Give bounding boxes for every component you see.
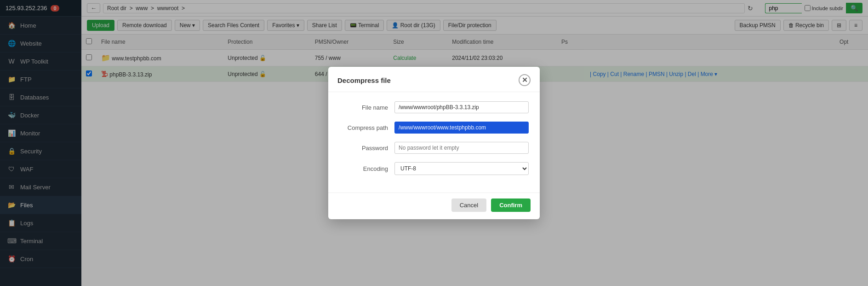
- password-label: Password: [339, 145, 394, 152]
- modal-title: Decompress file: [337, 76, 391, 84]
- modal-close-button[interactable]: ✕: [519, 74, 531, 86]
- modal-body: File name Compress path Password Encodin…: [328, 92, 540, 193]
- file-name-row: File name: [339, 101, 529, 113]
- file-name-input[interactable]: [394, 101, 529, 113]
- modal-footer: Cancel Confirm: [328, 193, 540, 219]
- decompress-modal: Decompress file ✕ File name Compress pat…: [328, 67, 540, 219]
- password-input[interactable]: [394, 142, 529, 154]
- cancel-button[interactable]: Cancel: [451, 198, 486, 212]
- compress-path-label: Compress path: [339, 124, 394, 131]
- file-name-label: File name: [339, 104, 394, 111]
- compress-path-input[interactable]: [394, 122, 529, 134]
- encoding-select[interactable]: UTF-8GBKGB2312ISO-8859-1: [394, 162, 529, 175]
- encoding-label: Encoding: [339, 165, 394, 172]
- modal-header: Decompress file ✕: [328, 67, 540, 92]
- confirm-button[interactable]: Confirm: [491, 198, 531, 212]
- encoding-row: Encoding UTF-8GBKGB2312ISO-8859-1: [339, 162, 529, 175]
- compress-path-row: Compress path: [339, 122, 529, 134]
- password-row: Password: [339, 142, 529, 154]
- modal-overlay: Decompress file ✕ File name Compress pat…: [0, 0, 868, 286]
